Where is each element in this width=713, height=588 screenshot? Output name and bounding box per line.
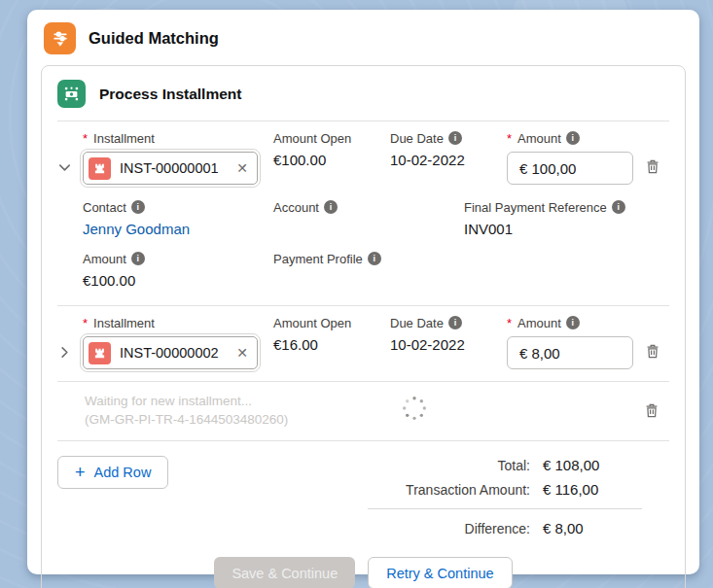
total-row: Total: € 108,00 [368, 453, 642, 477]
info-icon[interactable]: i [566, 131, 580, 145]
amount-label: Amount [517, 316, 561, 330]
waiting-message: Waiting for new installment... [85, 392, 339, 410]
total-label: Total: [368, 458, 530, 473]
add-row-label: Add Row [94, 465, 152, 480]
remove-selection-icon[interactable]: ✕ [236, 160, 248, 176]
amount-open-field: Amount Open €16.00 [273, 315, 390, 369]
required-marker: * [507, 316, 512, 330]
waiting-row: Waiting for new installment... (GM-GR-PI… [57, 382, 669, 438]
installment-lookup[interactable]: INST-00000001 ✕ [83, 152, 258, 185]
delete-row-button[interactable] [644, 402, 660, 419]
due-date-value: 10-02-2022 [390, 336, 507, 353]
trash-icon [645, 158, 660, 175]
amount-input[interactable] [507, 336, 633, 369]
installment-lookup[interactable]: INST-00000002 ✕ [83, 336, 258, 369]
delete-row-button[interactable] [637, 315, 668, 369]
chevron-down-icon [57, 160, 72, 175]
loading-spinner-icon [400, 394, 429, 427]
guided-matching-icon [44, 22, 76, 54]
difference-row: Difference: € 8,00 [368, 516, 642, 540]
installment-label: Installment [93, 131, 155, 146]
detail-amount-value: €100.00 [83, 272, 273, 289]
detail-amount-label: Amount [83, 252, 126, 266]
amount-input[interactable] [507, 152, 633, 185]
account-field: Account i [273, 199, 464, 237]
plus-icon: + [75, 464, 86, 481]
final-payment-reference-label: Final Payment Reference [464, 200, 607, 215]
installment-row-1: *Installment INST-00000001 ✕ Amount Open… [57, 121, 669, 192]
waiting-reference: (GM-GR-PI-TR-4-1644503480260) [85, 410, 339, 429]
tower-icon [92, 161, 107, 176]
tower-icon [92, 346, 107, 361]
installment-row-2: *Installment INST-00000002 ✕ Amount Open… [57, 306, 669, 377]
panel-header: Guided Matching [27, 10, 699, 65]
info-icon[interactable]: i [448, 316, 462, 329]
info-icon[interactable]: i [324, 200, 338, 214]
required-marker: * [83, 131, 88, 146]
process-installment-card: Process Installment *Installment [41, 65, 686, 588]
info-icon[interactable]: i [448, 131, 462, 145]
transaction-amount-row: Transaction Amount: € 116,00 [368, 477, 642, 502]
installment-label: Installment [93, 316, 155, 330]
trash-icon [644, 402, 660, 419]
info-icon[interactable]: i [131, 252, 145, 265]
due-date-label: Due Date [390, 131, 444, 146]
amount-open-value: €100.00 [273, 152, 390, 168]
process-installment-icon [57, 80, 86, 108]
installment-pill-text: INST-00000001 [120, 160, 228, 176]
difference-label: Difference: [368, 521, 530, 536]
contact-label: Contact [83, 200, 126, 215]
payment-profile-label: Payment Profile [273, 252, 363, 266]
sliders-icon [51, 29, 70, 49]
actions-bar: Save & Continue Retry & Continue [57, 557, 669, 588]
footer: + Add Row Total: € 108,00 Transaction Am… [57, 441, 669, 540]
installment-record-icon [89, 157, 111, 180]
info-icon[interactable]: i [368, 252, 381, 265]
amount-field: *Amount i [507, 130, 637, 185]
page-title: Guided Matching [89, 29, 219, 48]
amount-open-value: €16.00 [273, 336, 390, 353]
amount-open-label: Amount Open [273, 130, 390, 146]
installment-row-1-details: Contact i Jenny Goodman Account i Final … [57, 192, 669, 303]
required-marker: * [507, 131, 512, 146]
retry-continue-button[interactable]: Retry & Continue [368, 557, 512, 588]
account-label: Account [273, 200, 319, 215]
required-marker: * [83, 316, 88, 330]
delete-row-button[interactable] [637, 130, 668, 185]
due-date-field: Due Date i 10-02-2022 [390, 130, 507, 185]
info-icon[interactable]: i [612, 200, 625, 214]
amount-open-field: Amount Open €100.00 [273, 130, 390, 185]
save-continue-button[interactable]: Save & Continue [214, 557, 355, 588]
amount-field: *Amount i [507, 315, 637, 369]
expand-row-button[interactable] [57, 315, 83, 369]
guided-matching-panel: Guided Matching Process Installment [27, 10, 699, 574]
total-value: € 108,00 [530, 457, 642, 473]
totals-block: Total: € 108,00 Transaction Amount: € 11… [368, 453, 642, 540]
card-header: Process Installment [57, 78, 669, 110]
difference-value: € 8,00 [530, 520, 642, 536]
installment-pill-text: INST-00000002 [120, 345, 228, 361]
contact-field: Contact i Jenny Goodman [83, 199, 273, 237]
info-icon[interactable]: i [566, 316, 580, 329]
remove-selection-icon[interactable]: ✕ [236, 345, 248, 361]
payment-icon [62, 85, 81, 103]
chevron-right-icon [57, 345, 72, 360]
amount-open-label: Amount Open [273, 315, 390, 330]
final-payment-reference-field: Final Payment Reference i INV001 [464, 199, 669, 237]
final-payment-reference-value: INV001 [464, 221, 669, 237]
due-date-label: Due Date [390, 316, 444, 330]
info-icon[interactable]: i [131, 200, 145, 214]
transaction-amount-value: € 116,00 [530, 481, 642, 498]
due-date-value: 10-02-2022 [390, 152, 507, 168]
card-title: Process Installment [99, 86, 241, 103]
amount-label: Amount [517, 131, 561, 146]
transaction-amount-label: Transaction Amount: [368, 482, 530, 498]
payment-profile-field: Payment Profile i [273, 251, 464, 289]
contact-link[interactable]: Jenny Goodman [83, 221, 273, 237]
installment-field: *Installment INST-00000001 ✕ [83, 130, 273, 185]
collapse-row-button[interactable] [57, 130, 83, 185]
installment-record-icon [89, 342, 111, 364]
due-date-field: Due Date i 10-02-2022 [390, 315, 507, 369]
installment-field: *Installment INST-00000002 ✕ [83, 315, 273, 369]
add-row-button[interactable]: + Add Row [57, 456, 168, 489]
